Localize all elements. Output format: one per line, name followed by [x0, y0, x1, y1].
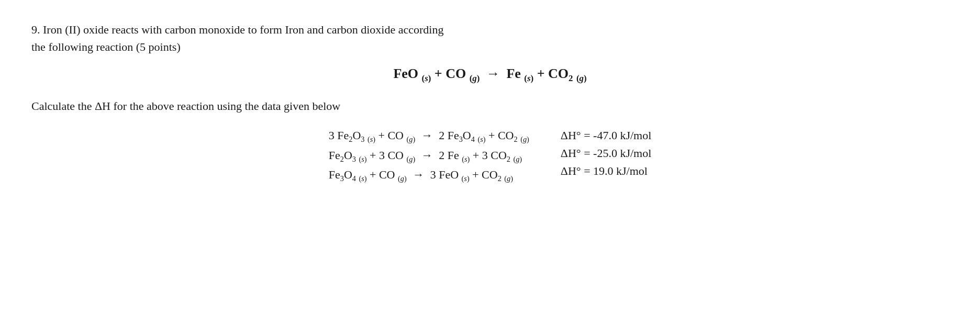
reaction-line-3: Fe3O4 (s) + CO (g) → 3 FeO (s) + CO2 (g) [329, 168, 529, 183]
reactions-container: 3 Fe2O3 (s) + CO (g) → 2 Fe3O4 (s) + CO2… [31, 129, 949, 183]
reactions-equations: 3 Fe2O3 (s) + CO (g) → 2 Fe3O4 (s) + CO2… [329, 129, 529, 183]
main-reaction: FeO (s) + CO (g) → Fe (s) + CO2 (g) [31, 66, 949, 84]
question-number: 9. Iron (II) oxide reacts with carbon mo… [31, 23, 443, 36]
question-text-line2: the following reaction (5 points) [31, 40, 181, 53]
question-container: 9. Iron (II) oxide reacts with carbon mo… [31, 21, 949, 183]
dh-value-1: ΔH° = -47.0 kJ/mol [561, 129, 651, 142]
dh-value-2: ΔH° = -25.0 kJ/mol [561, 147, 651, 160]
reaction-line-2: Fe2O3 (s) + 3 CO (g) → 2 Fe (s) + 3 CO2 … [329, 149, 529, 164]
reactions-dh-values: ΔH° = -47.0 kJ/mol ΔH° = -25.0 kJ/mol ΔH… [561, 129, 651, 183]
main-reaction-formula: FeO (s) + CO (g) → Fe (s) + CO2 (g) [393, 66, 586, 81]
calculate-text: Calculate the ΔH for the above reaction … [31, 99, 949, 113]
dh-value-3: ΔH° = 19.0 kJ/mol [561, 164, 651, 178]
question-text: 9. Iron (II) oxide reacts with carbon mo… [31, 21, 949, 55]
reaction-line-1: 3 Fe2O3 (s) + CO (g) → 2 Fe3O4 (s) + CO2… [329, 129, 529, 144]
